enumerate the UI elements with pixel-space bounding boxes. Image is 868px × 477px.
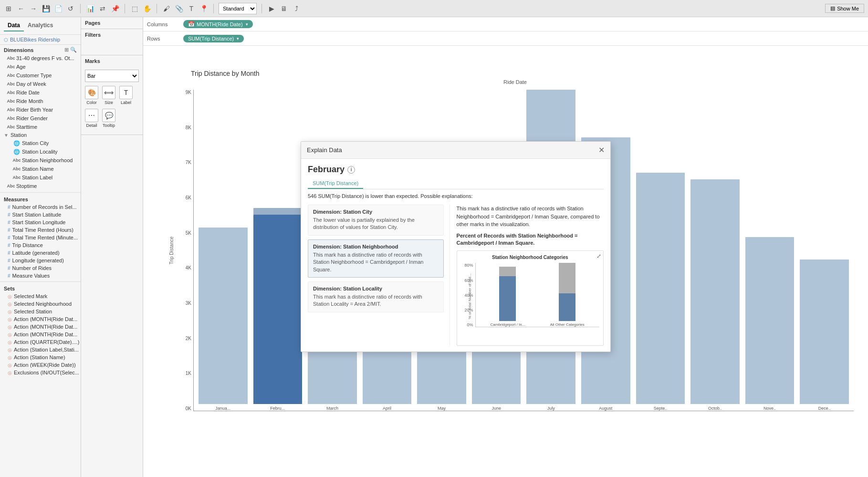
- dim-31-40[interactable]: Abc31-40 degrees F vs. Ot...: [0, 54, 81, 62]
- data-tab[interactable]: Data: [4, 20, 24, 31]
- meas-start-lat[interactable]: #Start Station Latitude: [0, 211, 81, 218]
- set-selected-station[interactable]: ◎Selected Station: [0, 308, 81, 315]
- measures-divider: [0, 192, 81, 193]
- fix-icon[interactable]: 📌: [110, 4, 120, 13]
- explanation-card-2[interactable]: Dimension: Station Locality This mark ha…: [308, 281, 444, 312]
- bar-feb[interactable]: [253, 215, 303, 404]
- rows-pill[interactable]: SUM(Trip Distance) ▾: [183, 35, 244, 42]
- standard-select[interactable]: Standard: [219, 3, 257, 14]
- label-button[interactable]: T Label: [119, 86, 133, 105]
- set-action-month1[interactable]: ◎Action (MONTH(Ride Dat...: [0, 315, 81, 323]
- annotate-icon[interactable]: 📎: [174, 4, 184, 13]
- chevron-icon: ▼: [4, 133, 9, 138]
- dim-station-folder[interactable]: ▼ Station: [0, 131, 81, 139]
- text-icon[interactable]: T: [187, 4, 196, 13]
- bar-nov[interactable]: [745, 237, 795, 404]
- bar-december[interactable]: Dece..: [800, 90, 849, 411]
- datasource-name[interactable]: BLUEBikes Ridership: [10, 37, 60, 42]
- highlight-icon[interactable]: 🖌: [162, 4, 171, 13]
- share-icon[interactable]: ⤴: [292, 4, 301, 13]
- present-icon[interactable]: ▶: [267, 4, 276, 13]
- detail-button[interactable]: ⋯ Detail: [85, 109, 98, 128]
- select-icon[interactable]: ⬚: [130, 4, 139, 13]
- bar-november[interactable]: Nove..: [745, 90, 795, 411]
- dim-station-neighborhood[interactable]: AbcStation Neighborhood: [0, 156, 81, 165]
- info-icon[interactable]: i: [347, 166, 355, 174]
- meas-lon-gen[interactable]: #Longitude (generated): [0, 257, 81, 264]
- y-tick-6k: 6K: [186, 195, 191, 200]
- rows-pill-text: SUM(Trip Distance): [188, 36, 234, 41]
- bar-september[interactable]: Septe..: [636, 90, 685, 411]
- explanation-card-1[interactable]: Dimension: Station Neighborhood This mar…: [308, 239, 444, 278]
- analytics-tab[interactable]: Analytics: [24, 20, 57, 31]
- mini-y-0: 0%: [467, 322, 473, 327]
- bar-feb-top[interactable]: [253, 208, 303, 214]
- bar-sep[interactable]: [636, 173, 685, 404]
- forward-icon[interactable]: →: [29, 4, 38, 13]
- color-button[interactable]: 🎨 Color: [85, 86, 98, 105]
- dim-station-locality[interactable]: 🌐Station Locality: [0, 147, 81, 156]
- set-action-month2[interactable]: ◎Action (MONTH(Ride Dat...: [0, 323, 81, 331]
- set-icon: ◎: [8, 363, 12, 368]
- undo-icon[interactable]: ↺: [66, 4, 75, 13]
- main-layout: Data Analytics ⬡ BLUEBikes Ridership Dim…: [0, 17, 868, 477]
- set-exclusions[interactable]: ◎Exclusions (IN/OUT(Selec...: [0, 369, 81, 376]
- device-icon[interactable]: 🖥: [279, 4, 289, 13]
- dialog-close-button[interactable]: ✕: [598, 145, 605, 155]
- bar-chart-icon[interactable]: 📊: [85, 4, 95, 13]
- bar-jan[interactable]: [199, 228, 248, 404]
- set-action-week[interactable]: ◎Action (WEEK(Ride Date)): [0, 361, 81, 369]
- dim-age[interactable]: AbcAge: [0, 62, 81, 71]
- dim-station-label[interactable]: AbcStation Label: [0, 173, 81, 182]
- show-me-button[interactable]: ▤ Show Me: [825, 4, 864, 13]
- columns-pill-dropdown[interactable]: ▾: [246, 22, 248, 27]
- set-action-quarter[interactable]: ◎Action (QUARTER(Date)....): [0, 338, 81, 346]
- explanation-card-0[interactable]: Dimension: Station City The lower value …: [308, 205, 444, 236]
- meas-lat-gen[interactable]: #Latitude (generated): [0, 249, 81, 257]
- dim-station-city[interactable]: 🌐Station City: [0, 139, 81, 147]
- dim-ride-month[interactable]: AbcRide Month: [0, 97, 81, 105]
- dim-starttime[interactable]: AbcStarttime: [0, 123, 81, 131]
- marks-type-select[interactable]: Bar: [85, 70, 139, 82]
- dim-day-of-week[interactable]: AbcDay of Week: [0, 80, 81, 88]
- set-selected-neighbourhood[interactable]: ◎Selected Neighbourhood: [0, 300, 81, 308]
- set-action-station-label[interactable]: ◎Action (Station Label,Stati...: [0, 346, 81, 353]
- set-action-station-name[interactable]: ◎Action (Station Name): [0, 353, 81, 361]
- mini-y-80: 80%: [465, 263, 473, 268]
- meas-measure-values[interactable]: #Measure Values: [0, 272, 81, 280]
- dim-ride-date[interactable]: AbcRide Date: [0, 88, 81, 97]
- size-button[interactable]: ⟺ Size: [102, 86, 115, 105]
- meas-trip-distance[interactable]: #Trip Distance: [0, 241, 81, 249]
- new-icon[interactable]: 📄: [53, 4, 63, 13]
- bar-october[interactable]: Octob..: [690, 90, 740, 411]
- save-icon[interactable]: 💾: [41, 4, 51, 13]
- columns-pill[interactable]: 📅 MONTH(Ride Date) ▾: [183, 20, 253, 28]
- dim-rider-birth-year[interactable]: AbcRider Birth Year: [0, 105, 81, 114]
- expand-icon[interactable]: ⤢: [596, 253, 601, 259]
- bar-january[interactable]: Janua...: [199, 90, 248, 411]
- back-icon[interactable]: ←: [16, 4, 26, 13]
- meas-num-records[interactable]: #Number of Records in Sel...: [0, 203, 81, 211]
- pin-icon[interactable]: 📍: [199, 4, 209, 13]
- dim-stoptime[interactable]: AbcStoptime: [0, 182, 81, 190]
- dim-rider-gender[interactable]: AbcRider Gender: [0, 114, 81, 123]
- home-icon[interactable]: ⊞: [4, 4, 13, 13]
- tooltip-button[interactable]: 💬 Tooltip: [102, 109, 115, 128]
- meas-total-hours[interactable]: #Total Time Rented (Hours): [0, 226, 81, 234]
- set-selected-mark[interactable]: ◎Selected Mark: [0, 292, 81, 300]
- sum-tab[interactable]: SUM(Trip Distance): [308, 178, 363, 189]
- bar-february[interactable]: Febru...: [253, 90, 303, 411]
- pan-icon[interactable]: ✋: [142, 4, 152, 13]
- rows-pill-dropdown[interactable]: ▾: [237, 36, 239, 41]
- dim-customer-type[interactable]: AbcCustomer Type: [0, 71, 81, 80]
- marks-title: Marks: [81, 55, 143, 67]
- swap-icon[interactable]: ⇄: [98, 4, 107, 13]
- meas-start-lon[interactable]: #Start Station Longitude: [0, 218, 81, 226]
- dimensions-controls[interactable]: ⊞ 🔍: [64, 47, 77, 53]
- meas-num-rides[interactable]: #Number of Rides: [0, 264, 81, 272]
- bar-dec[interactable]: [800, 259, 849, 404]
- set-action-month3[interactable]: ◎Action (MONTH(Ride Dat...: [0, 331, 81, 338]
- bar-oct[interactable]: [690, 179, 740, 404]
- meas-total-minutes[interactable]: #Total Time Rented (Minute...: [0, 234, 81, 241]
- dim-station-name[interactable]: AbcStation Name: [0, 165, 81, 173]
